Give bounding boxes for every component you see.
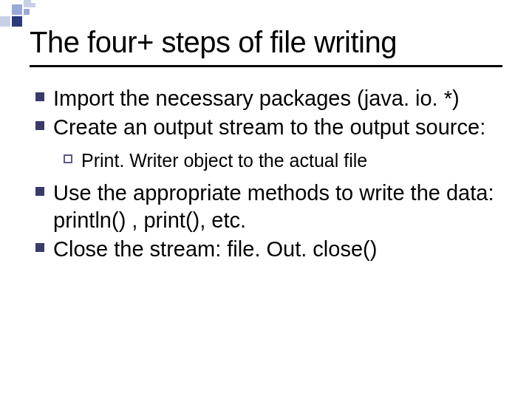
square-bullet-icon [35, 92, 44, 101]
bullet-text: Use the appropriate methods to write the… [53, 180, 502, 234]
bullet-item: Create an output stream to the output so… [35, 114, 502, 141]
square-bullet-icon [35, 243, 44, 252]
bullet-item: Close the stream: file. Out. close() [35, 236, 502, 263]
deco-square [12, 4, 22, 15]
sub-bullet-item: Print. Writer object to the actual file [64, 149, 502, 172]
deco-square [24, 9, 30, 15]
slide-content: Import the necessary packages (java. io.… [35, 85, 502, 265]
slide-title: The four+ steps of file writing [30, 26, 502, 59]
bullet-item: Use the appropriate methods to write the… [35, 180, 502, 234]
deco-square [12, 16, 22, 27]
square-bullet-icon [35, 121, 44, 130]
bullet-text: Import the necessary packages (java. io.… [53, 85, 502, 112]
deco-square [0, 16, 10, 27]
bullet-text: Create an output stream to the output so… [53, 114, 502, 141]
hollow-square-bullet-icon [64, 154, 72, 163]
bullet-text: Close the stream: file. Out. close() [53, 236, 502, 263]
deco-square [31, 3, 35, 7]
square-bullet-icon [35, 187, 44, 196]
title-underline [30, 65, 502, 67]
deco-square [24, 0, 31, 7]
bullet-text: Print. Writer object to the actual file [81, 149, 502, 172]
bullet-item: Import the necessary packages (java. io.… [35, 85, 502, 112]
